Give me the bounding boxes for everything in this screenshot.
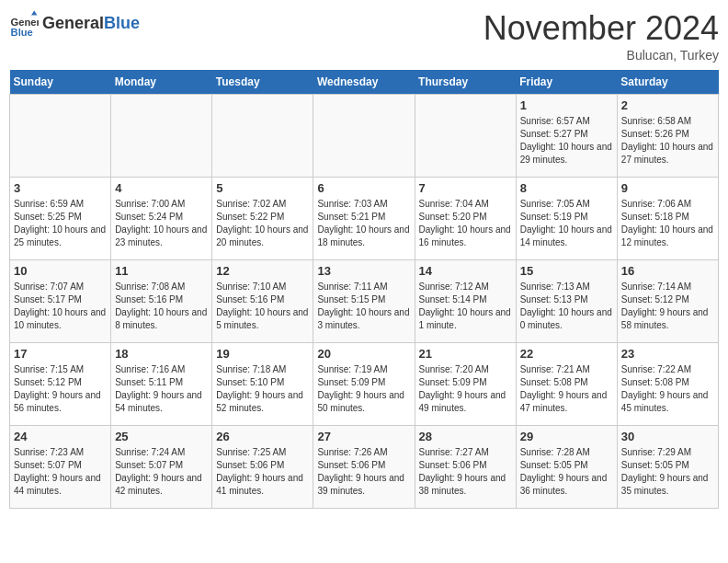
cell-info: Sunrise: 7:06 AM Sunset: 5:18 PM Dayligh…	[621, 198, 714, 249]
day-number: 22	[520, 347, 613, 361]
day-number: 29	[520, 430, 613, 443]
day-number: 14	[419, 264, 512, 278]
calendar-cell: 24Sunrise: 7:23 AM Sunset: 5:07 PM Dayli…	[10, 426, 111, 509]
calendar-cell: 1Sunrise: 6:57 AM Sunset: 5:27 PM Daylig…	[516, 95, 617, 178]
cell-info: Sunrise: 6:59 AM Sunset: 5:25 PM Dayligh…	[14, 198, 107, 249]
cell-info: Sunrise: 7:19 AM Sunset: 5:09 PM Dayligh…	[317, 363, 410, 415]
calendar-cell: 4Sunrise: 7:00 AM Sunset: 5:24 PM Daylig…	[111, 178, 212, 260]
weekday-header-friday: Friday	[516, 70, 617, 95]
cell-info: Sunrise: 7:07 AM Sunset: 5:17 PM Dayligh…	[14, 281, 107, 332]
svg-marker-2	[31, 11, 37, 16]
calendar-cell: 30Sunrise: 7:29 AM Sunset: 5:05 PM Dayli…	[617, 426, 718, 509]
day-number: 28	[419, 430, 512, 443]
logo-icon: General Blue	[9, 9, 39, 39]
day-number: 7	[419, 181, 512, 195]
cell-info: Sunrise: 7:03 AM Sunset: 5:21 PM Dayligh…	[317, 198, 410, 249]
cell-info: Sunrise: 7:24 AM Sunset: 5:07 PM Dayligh…	[115, 446, 208, 498]
title-section: November 2024 Bulucan, Turkey	[483, 9, 719, 63]
calendar-cell: 11Sunrise: 7:08 AM Sunset: 5:16 PM Dayli…	[111, 260, 212, 343]
calendar-cell: 23Sunrise: 7:22 AM Sunset: 5:08 PM Dayli…	[617, 343, 718, 426]
weekday-header-wednesday: Wednesday	[313, 70, 415, 95]
weekday-header-monday: Monday	[111, 70, 212, 95]
cell-info: Sunrise: 7:27 AM Sunset: 5:06 PM Dayligh…	[419, 446, 512, 498]
cell-info: Sunrise: 7:10 AM Sunset: 5:16 PM Dayligh…	[216, 281, 309, 332]
calendar-cell: 3Sunrise: 6:59 AM Sunset: 5:25 PM Daylig…	[10, 178, 111, 260]
cell-info: Sunrise: 7:15 AM Sunset: 5:12 PM Dayligh…	[14, 363, 107, 415]
cell-info: Sunrise: 7:28 AM Sunset: 5:05 PM Dayligh…	[520, 446, 613, 498]
day-number: 11	[115, 264, 208, 278]
weekday-header-sunday: Sunday	[10, 70, 111, 95]
calendar-cell: 22Sunrise: 7:21 AM Sunset: 5:08 PM Dayli…	[516, 343, 617, 426]
calendar-cell	[111, 95, 212, 178]
cell-info: Sunrise: 7:14 AM Sunset: 5:12 PM Dayligh…	[621, 281, 714, 332]
day-number: 20	[317, 347, 410, 361]
calendar-cell: 15Sunrise: 7:13 AM Sunset: 5:13 PM Dayli…	[516, 260, 617, 343]
day-number: 12	[216, 264, 309, 278]
weekday-row: SundayMondayTuesdayWednesdayThursdayFrid…	[10, 70, 719, 95]
cell-info: Sunrise: 7:11 AM Sunset: 5:15 PM Dayligh…	[317, 281, 410, 332]
cell-info: Sunrise: 7:18 AM Sunset: 5:10 PM Dayligh…	[216, 363, 309, 415]
weekday-header-tuesday: Tuesday	[212, 70, 313, 95]
cell-info: Sunrise: 7:16 AM Sunset: 5:11 PM Dayligh…	[115, 363, 208, 415]
day-number: 19	[216, 347, 309, 361]
day-number: 1	[520, 98, 613, 112]
calendar-cell: 6Sunrise: 7:03 AM Sunset: 5:21 PM Daylig…	[313, 178, 415, 260]
cell-info: Sunrise: 7:21 AM Sunset: 5:08 PM Dayligh…	[520, 363, 613, 415]
weekday-header-saturday: Saturday	[617, 70, 718, 95]
month-title: November 2024	[483, 9, 719, 48]
calendar-header: SundayMondayTuesdayWednesdayThursdayFrid…	[10, 70, 719, 95]
calendar-table: SundayMondayTuesdayWednesdayThursdayFrid…	[9, 70, 719, 509]
calendar-cell: 5Sunrise: 7:02 AM Sunset: 5:22 PM Daylig…	[212, 178, 313, 260]
calendar-week-5: 24Sunrise: 7:23 AM Sunset: 5:07 PM Dayli…	[10, 426, 719, 509]
cell-info: Sunrise: 7:25 AM Sunset: 5:06 PM Dayligh…	[216, 446, 309, 498]
cell-info: Sunrise: 7:12 AM Sunset: 5:14 PM Dayligh…	[419, 281, 512, 332]
cell-info: Sunrise: 7:26 AM Sunset: 5:06 PM Dayligh…	[317, 446, 410, 498]
day-number: 25	[115, 430, 208, 443]
cell-info: Sunrise: 7:02 AM Sunset: 5:22 PM Dayligh…	[216, 198, 309, 249]
calendar-cell	[313, 95, 415, 178]
location-subtitle: Bulucan, Turkey	[483, 48, 719, 63]
cell-info: Sunrise: 7:08 AM Sunset: 5:16 PM Dayligh…	[115, 281, 208, 332]
weekday-header-thursday: Thursday	[415, 70, 516, 95]
cell-info: Sunrise: 7:04 AM Sunset: 5:20 PM Dayligh…	[419, 198, 512, 249]
svg-text:General: General	[11, 17, 39, 28]
calendar-cell: 7Sunrise: 7:04 AM Sunset: 5:20 PM Daylig…	[415, 178, 516, 260]
svg-text:Blue: Blue	[11, 27, 33, 38]
day-number: 3	[14, 181, 107, 195]
calendar-week-4: 17Sunrise: 7:15 AM Sunset: 5:12 PM Dayli…	[10, 343, 719, 426]
day-number: 15	[520, 264, 613, 278]
calendar-cell: 20Sunrise: 7:19 AM Sunset: 5:09 PM Dayli…	[313, 343, 415, 426]
page-header: General Blue GeneralBlue November 2024 B…	[9, 9, 719, 63]
calendar-cell: 26Sunrise: 7:25 AM Sunset: 5:06 PM Dayli…	[212, 426, 313, 509]
logo: General Blue GeneralBlue	[9, 9, 140, 39]
calendar-cell	[415, 95, 516, 178]
day-number: 21	[419, 347, 512, 361]
calendar-cell: 25Sunrise: 7:24 AM Sunset: 5:07 PM Dayli…	[111, 426, 212, 509]
day-number: 5	[216, 181, 309, 195]
calendar-week-1: 1Sunrise: 6:57 AM Sunset: 5:27 PM Daylig…	[10, 95, 719, 178]
calendar-cell	[212, 95, 313, 178]
day-number: 2	[621, 98, 714, 112]
cell-info: Sunrise: 7:05 AM Sunset: 5:19 PM Dayligh…	[520, 198, 613, 249]
day-number: 27	[317, 430, 410, 443]
calendar-cell: 12Sunrise: 7:10 AM Sunset: 5:16 PM Dayli…	[212, 260, 313, 343]
day-number: 26	[216, 430, 309, 443]
logo-text: GeneralBlue	[42, 15, 140, 33]
day-number: 4	[115, 181, 208, 195]
cell-info: Sunrise: 7:13 AM Sunset: 5:13 PM Dayligh…	[520, 281, 613, 332]
cell-info: Sunrise: 7:20 AM Sunset: 5:09 PM Dayligh…	[419, 363, 512, 415]
calendar-cell: 19Sunrise: 7:18 AM Sunset: 5:10 PM Dayli…	[212, 343, 313, 426]
day-number: 16	[621, 264, 714, 278]
calendar-cell: 14Sunrise: 7:12 AM Sunset: 5:14 PM Dayli…	[415, 260, 516, 343]
calendar-cell: 8Sunrise: 7:05 AM Sunset: 5:19 PM Daylig…	[516, 178, 617, 260]
cell-info: Sunrise: 6:57 AM Sunset: 5:27 PM Dayligh…	[520, 115, 613, 167]
cell-info: Sunrise: 7:00 AM Sunset: 5:24 PM Dayligh…	[115, 198, 208, 249]
day-number: 24	[14, 430, 107, 443]
day-number: 6	[317, 181, 410, 195]
day-number: 9	[621, 181, 714, 195]
calendar-cell: 27Sunrise: 7:26 AM Sunset: 5:06 PM Dayli…	[313, 426, 415, 509]
calendar-cell	[10, 95, 111, 178]
day-number: 13	[317, 264, 410, 278]
calendar-cell: 21Sunrise: 7:20 AM Sunset: 5:09 PM Dayli…	[415, 343, 516, 426]
cell-info: Sunrise: 7:23 AM Sunset: 5:07 PM Dayligh…	[14, 446, 107, 498]
